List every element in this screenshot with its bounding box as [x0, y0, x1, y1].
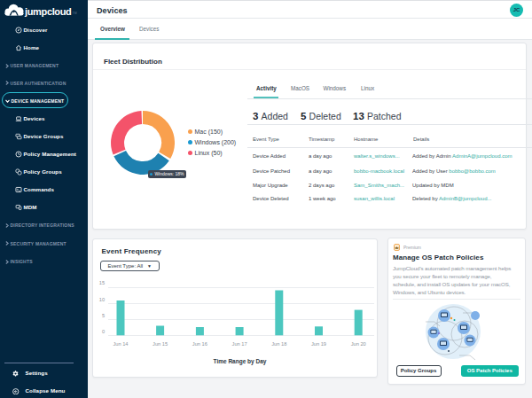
svg-text:Jun 17: Jun 17 — [231, 341, 246, 347]
svg-text:15: 15 — [98, 280, 104, 285]
svg-text:Jun 19: Jun 19 — [310, 341, 325, 347]
svg-text:Jun 20: Jun 20 — [350, 341, 365, 347]
svg-text:Jun 16: Jun 16 — [192, 341, 207, 347]
svg-text:Jun 15: Jun 15 — [153, 341, 168, 347]
svg-text:5: 5 — [101, 313, 104, 318]
svg-text:Jun 18: Jun 18 — [271, 341, 286, 347]
svg-text:0: 0 — [101, 329, 104, 334]
svg-text:10: 10 — [98, 297, 104, 302]
svg-text:Jun 14: Jun 14 — [113, 341, 128, 347]
